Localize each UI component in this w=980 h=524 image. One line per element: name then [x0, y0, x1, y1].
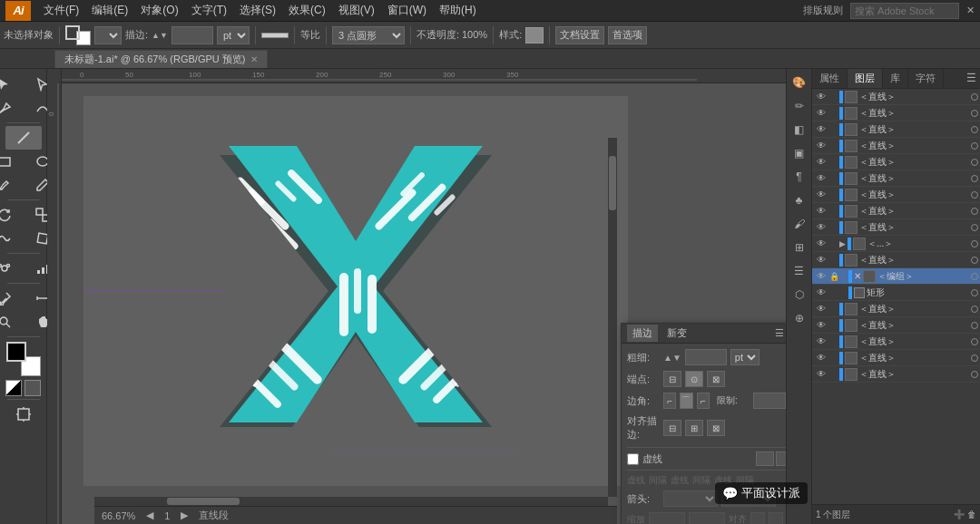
layer-row[interactable]: 👁 ＜直线＞ [812, 138, 980, 154]
dash-opt1[interactable] [756, 451, 774, 466]
layer-eye-icon[interactable]: 👁 [814, 335, 828, 349]
layer-row[interactable]: 👁 ＜直线＞ [812, 252, 980, 268]
status-arrow-right[interactable]: ▶ [181, 509, 188, 521]
close-icon[interactable]: ✕ [966, 5, 975, 16]
right-icon-brushes[interactable]: 🖌 [789, 214, 809, 234]
layer-eye-icon[interactable]: 👁 [814, 286, 828, 300]
artboard-tool-button[interactable] [5, 403, 42, 426]
arrow-start-select[interactable] [663, 490, 718, 507]
right-icon-gradient[interactable]: ◧ [789, 120, 809, 140]
right-icon-transparency[interactable]: ▣ [789, 143, 809, 163]
menu-effect[interactable]: 效果(C) [283, 1, 331, 20]
stroke-unit-select[interactable]: pt [217, 26, 250, 44]
layer-row[interactable]: 👁 ＜直线＞ [812, 366, 980, 383]
layer-eye-icon[interactable]: 👁 [814, 351, 828, 365]
line-tool-button[interactable] [5, 126, 42, 150]
menu-object[interactable]: 对象(O) [135, 1, 183, 20]
layer-lock-icon[interactable]: 🔒 [828, 269, 839, 284]
panel-tab-layers[interactable]: 图层 [848, 69, 883, 88]
layer-lock-icon[interactable] [828, 237, 839, 251]
right-icon-transform[interactable]: ⬡ [789, 285, 809, 305]
menu-view[interactable]: 视图(V) [333, 1, 380, 20]
style-swatch[interactable] [525, 27, 544, 44]
layer-row[interactable]: 👁 ＜直线＞ [812, 154, 980, 170]
menu-edit[interactable]: 编辑(E) [86, 1, 133, 20]
warp-tool-button[interactable] [0, 227, 23, 250]
menu-type[interactable]: 文字(T) [186, 1, 232, 20]
layer-eye-icon[interactable]: 👁 [814, 367, 828, 382]
corner-bevel-button[interactable]: ⌐ [697, 393, 710, 409]
right-icon-align[interactable]: ☰ [789, 261, 809, 281]
layer-lock-icon[interactable] [828, 367, 839, 382]
layer-lock-icon[interactable] [828, 351, 839, 365]
stroke-panel-tab-gradient[interactable]: 新变 [662, 325, 692, 342]
layer-row[interactable]: 👁 ＜直线＞ [812, 121, 980, 138]
pen-tool-button[interactable] [0, 96, 23, 120]
right-icon-pathfinder[interactable]: ⊕ [789, 308, 809, 328]
weight-unit-select[interactable]: pt [730, 349, 760, 365]
layer-lock-icon[interactable] [828, 122, 839, 137]
vertical-scrollbar[interactable] [608, 138, 617, 497]
layer-row[interactable]: 👁 🔒 ✕ ＜编组＞ [812, 268, 980, 285]
layer-row[interactable]: 👁 矩形 [812, 285, 980, 301]
layer-lock-icon[interactable] [828, 220, 839, 235]
layer-lock-icon[interactable] [828, 253, 839, 267]
layer-eye-icon[interactable]: 👁 [814, 302, 828, 316]
layer-lock-icon[interactable] [828, 188, 839, 202]
layer-row[interactable]: 👁 ＜直线＞ [812, 203, 980, 219]
layer-eye-icon[interactable]: 👁 [814, 122, 828, 137]
layer-lock-icon[interactable] [828, 106, 839, 121]
layer-eye-icon[interactable]: 👁 [814, 237, 828, 251]
layer-eye-icon[interactable]: 👁 [814, 220, 828, 235]
layer-eye-icon[interactable]: 👁 [814, 90, 828, 104]
rotate-tool-button[interactable] [0, 203, 23, 227]
layer-lock-icon[interactable] [828, 139, 839, 153]
layer-eye-icon[interactable]: 👁 [814, 106, 828, 121]
swap-color-icon[interactable] [24, 380, 41, 396]
stroke-profile-select[interactable] [94, 26, 122, 44]
layer-row[interactable]: 👁 ＜直线＞ [812, 105, 980, 121]
layer-lock-icon[interactable] [828, 155, 839, 170]
align-center-button[interactable]: ⊟ [663, 420, 681, 436]
panel-menu-icon[interactable]: ☰ [775, 327, 784, 339]
eyedropper-tool-button[interactable] [0, 286, 23, 310]
layer-row[interactable]: 👁 ＜直线＞ [812, 170, 980, 187]
right-icon-paragraph[interactable]: ¶ [789, 167, 809, 187]
panel-menu-button[interactable]: ☰ [963, 69, 980, 88]
menu-select[interactable]: 选择(S) [234, 1, 281, 20]
layer-row[interactable]: 👁 ＜直线＞ [812, 301, 980, 317]
layer-lock-icon[interactable] [828, 318, 839, 333]
canvas-area[interactable]: 0 50 100 150 200 250 300 350 0 [47, 69, 786, 524]
menu-help[interactable]: 帮助(H) [434, 1, 482, 20]
layer-eye-icon[interactable]: 👁 [814, 139, 828, 153]
right-icon-stroke[interactable]: ✏ [789, 96, 809, 116]
weight-spinup-icon[interactable]: ▲▼ [663, 353, 681, 363]
layer-row[interactable]: 👁 ＜直线＞ [812, 89, 980, 105]
prefs-button[interactable]: 首选项 [608, 26, 647, 44]
layer-row[interactable]: 👁 ＜直线＞ [812, 350, 980, 366]
layer-eye-icon[interactable]: 👁 [814, 188, 828, 202]
right-icon-symbols[interactable]: ♣ [789, 190, 809, 210]
panel-tab-character[interactable]: 字符 [908, 69, 944, 88]
layer-row[interactable]: 👁 ＜直线＞ [812, 317, 980, 334]
stroke-panel-tab-stroke[interactable]: 描边 [627, 325, 658, 342]
rect-tool-button[interactable] [0, 150, 23, 173]
limit-input[interactable]: 10 [753, 393, 786, 409]
layer-row[interactable]: 👁 ＜直线＞ [812, 219, 980, 236]
weight-input[interactable]: 7 pt [685, 349, 727, 365]
cap-square-button[interactable]: ⊠ [707, 371, 725, 387]
layer-lock-icon[interactable] [828, 90, 839, 104]
layer-lock-icon[interactable] [828, 171, 839, 186]
zoom-tool-button[interactable] [0, 310, 23, 334]
symbol-tool-button[interactable] [0, 257, 23, 280]
corner-round-button[interactable]: ⌒ [680, 393, 692, 409]
layer-row[interactable]: 👁 ＜直线＞ [812, 187, 980, 203]
layer-eye-icon[interactable]: 👁 [814, 171, 828, 186]
paintbrush-tool-button[interactable] [0, 173, 23, 197]
layer-eye-icon[interactable]: 👁 [814, 253, 828, 267]
dash-opt2[interactable] [776, 451, 786, 466]
stroke-swatch-indicator[interactable] [65, 25, 80, 40]
panel-tab-library[interactable]: 库 [883, 69, 908, 88]
corner-style-select[interactable]: 3 点圆形 [332, 26, 405, 44]
tab-close-button[interactable]: ✕ [250, 54, 258, 64]
